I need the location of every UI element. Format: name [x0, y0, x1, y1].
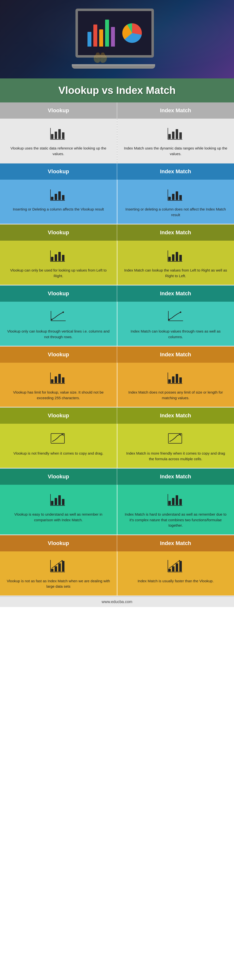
row1-text2: Index Match uses the dynamic data ranges… — [124, 146, 228, 157]
row6-text1: Vlookup is not friendly when it comes to… — [13, 451, 103, 456]
row4-header1: Vlookup — [0, 285, 117, 302]
footer: www.educba.com — [0, 596, 234, 607]
svg-rect-47 — [62, 377, 64, 383]
svg-rect-25 — [55, 255, 57, 261]
row1-icon1 — [47, 124, 69, 142]
row7-header1: Vlookup — [0, 469, 117, 485]
svg-rect-32 — [176, 252, 178, 261]
svg-rect-77 — [172, 566, 175, 571]
row6-icon1 — [47, 429, 69, 447]
title-section: Vlookup vs Index Match — [0, 78, 234, 102]
svg-rect-44 — [51, 379, 53, 383]
svg-rect-26 — [58, 252, 61, 261]
svg-rect-14 — [58, 191, 61, 200]
row8-content1: Vlookup is not as fast as Index Match wh… — [0, 551, 117, 595]
comparison-row-8: Vlookup Index Match Vlookup is not as fa… — [0, 535, 234, 596]
row4-icon1 — [47, 307, 69, 325]
row3-header1: Vlookup — [0, 224, 117, 241]
row5-content1: Vlookup has limit for lookup, value size… — [0, 363, 117, 407]
svg-rect-50 — [168, 379, 171, 383]
row5-text2: Index Match does not posses any limit of… — [124, 390, 228, 401]
row2-content1: Inserting or Deleting a column affects t… — [0, 180, 117, 224]
comparison-row-5: Vlookup Index Match Vlookup has limit fo… — [0, 347, 234, 407]
svg-rect-61 — [62, 499, 64, 505]
row5-content2: Index Match does not posses any limit of… — [117, 363, 234, 407]
svg-rect-0 — [51, 134, 53, 139]
comparison-row-7: Vlookup Index Match Vlookup is easy to u… — [0, 469, 234, 535]
row8-header1: Vlookup — [0, 535, 117, 551]
row2-icon2 — [165, 185, 187, 203]
row3-icon2 — [165, 245, 187, 264]
row8-text2: Index Match is usually faster than the V… — [138, 578, 214, 584]
svg-rect-60 — [58, 495, 61, 505]
svg-rect-72 — [58, 563, 61, 571]
row2-text2: Inserting or deleting a column does not … — [124, 207, 228, 218]
row6-icon2 — [165, 429, 187, 447]
svg-rect-18 — [168, 197, 171, 200]
svg-rect-24 — [51, 257, 53, 261]
row2-icon1 — [47, 185, 69, 203]
svg-rect-76 — [168, 569, 171, 571]
svg-rect-59 — [55, 498, 57, 505]
row8-text1: Vlookup is not as fast as Index Match wh… — [6, 578, 111, 589]
row8-header2: Index Match — [117, 535, 234, 551]
svg-rect-66 — [176, 495, 178, 505]
row2-header2: Index Match — [117, 164, 234, 180]
row8-icon2 — [165, 556, 187, 575]
row2-content2: Inserting or deleting a column does not … — [117, 180, 234, 224]
svg-rect-65 — [172, 498, 175, 505]
row5-icon2 — [165, 368, 187, 386]
row4-text1: Vlookup only can lookup through vertical… — [6, 329, 111, 340]
row7-header2: Index Match — [117, 469, 234, 485]
row3-text1: Vlookup can only be used for looking up … — [6, 267, 111, 278]
svg-rect-73 — [62, 561, 64, 571]
row5-header2: Index Match — [117, 347, 234, 363]
row8-icon1 — [47, 556, 69, 575]
svg-rect-3 — [62, 132, 64, 139]
page-title: Vlookup vs Index Match — [5, 84, 229, 96]
row5-icon1 — [47, 368, 69, 386]
row7-icon2 — [165, 490, 187, 508]
svg-rect-56 — [51, 434, 64, 443]
svg-rect-57 — [168, 434, 182, 443]
svg-rect-71 — [55, 566, 57, 571]
row7-content2: Index Match is hard to understand as wel… — [117, 485, 234, 535]
row7-icon1 — [47, 490, 69, 508]
row5-header1: Vlookup — [0, 347, 117, 363]
svg-point-38 — [51, 319, 53, 320]
svg-point-43 — [180, 312, 181, 313]
svg-rect-53 — [179, 377, 182, 383]
svg-rect-7 — [172, 132, 175, 139]
row1-content2: Index Match uses the dynamic data ranges… — [117, 119, 234, 163]
svg-rect-8 — [176, 129, 178, 139]
row4-text2: Index Match can lookup values through ro… — [124, 329, 228, 340]
svg-rect-31 — [172, 255, 175, 261]
svg-rect-78 — [176, 563, 178, 571]
row3-content1: Vlookup can only be used for looking up … — [0, 241, 117, 285]
row3-content2: Index Match can lookup the values from L… — [117, 241, 234, 285]
svg-rect-79 — [179, 561, 182, 571]
row2-text1: Inserting or Deleting a column affects t… — [13, 207, 104, 212]
row6-content2: Index Match is more friendly when it com… — [117, 424, 234, 468]
svg-rect-70 — [51, 569, 53, 571]
row4-header2: Index Match — [117, 285, 234, 302]
svg-rect-12 — [51, 197, 53, 200]
svg-rect-51 — [172, 376, 175, 383]
row1-icon2 — [165, 124, 187, 142]
row8-content2: Index Match is usually faster than the V… — [117, 551, 234, 595]
svg-rect-52 — [176, 374, 178, 383]
row7-text2: Index Match is hard to understand as wel… — [124, 512, 228, 528]
row7-text1: Vlookup is easy to understand as well as… — [6, 512, 111, 523]
svg-rect-46 — [58, 374, 61, 383]
svg-rect-15 — [62, 195, 64, 200]
svg-rect-58 — [51, 501, 53, 505]
row6-text2: Index Match is more friendly when it com… — [124, 451, 228, 462]
row7-content1: Vlookup is easy to understand as well as… — [0, 485, 117, 535]
svg-rect-67 — [179, 499, 182, 505]
row3-text2: Index Match can lookup the values from L… — [124, 267, 228, 278]
svg-point-39 — [62, 312, 64, 313]
row5-text1: Vlookup has limit for lookup, value size… — [6, 390, 111, 401]
row6-content1: Vlookup is not friendly when it comes to… — [0, 424, 117, 468]
row1-header2: Index Match — [117, 102, 234, 119]
svg-rect-33 — [179, 255, 182, 261]
